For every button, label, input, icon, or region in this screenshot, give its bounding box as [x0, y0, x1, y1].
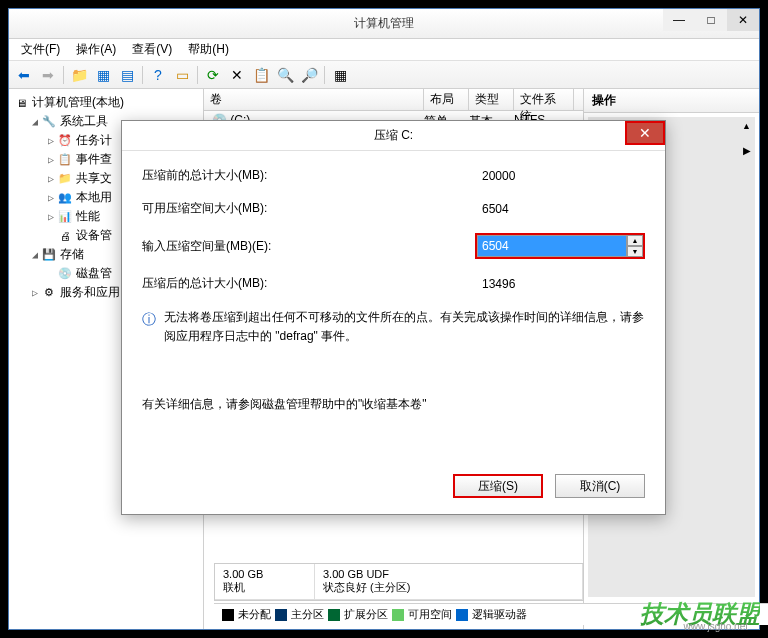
users-icon: 👥 — [57, 190, 73, 206]
expand-icon[interactable]: ▷ — [45, 173, 57, 184]
dialog-titlebar: 压缩 C: ✕ — [122, 121, 665, 151]
back-button[interactable]: ⬅ — [13, 64, 35, 86]
row-input: 输入压缩空间量(MB)(E): ▲ ▼ — [142, 233, 645, 259]
more-arrow-icon[interactable]: ▶ — [743, 145, 751, 156]
disk-bottom-panel: 3.00 GB 联机 3.00 GB UDF 状态良好 (主分区) — [214, 563, 584, 601]
spinner-down[interactable]: ▼ — [627, 246, 643, 257]
menu-help[interactable]: 帮助(H) — [180, 39, 237, 60]
separator — [63, 66, 64, 84]
maximize-button[interactable]: □ — [695, 9, 727, 31]
properties-icon[interactable]: 📋 — [250, 64, 272, 86]
legend-unalloc-label: 未分配 — [238, 607, 271, 622]
search-icon[interactable]: 🔍 — [274, 64, 296, 86]
spinner-up[interactable]: ▲ — [627, 235, 643, 246]
shrink-button[interactable]: 压缩(S) — [453, 474, 543, 498]
grid-icon[interactable]: ▤ — [116, 64, 138, 86]
shrink-amount-input[interactable] — [477, 235, 627, 257]
disk-partition-cell[interactable]: 3.00 GB UDF 状态良好 (主分区) — [315, 564, 583, 599]
info-box: ⓘ 无法将卷压缩到超出任何不可移动的文件所在的点。有关完成该操作时间的详细信息，… — [142, 308, 645, 346]
col-volume[interactable]: 卷 — [204, 89, 424, 110]
disk-icon: 💿 — [57, 266, 73, 282]
close-button[interactable]: ✕ — [727, 9, 759, 31]
menu-file[interactable]: 文件(F) — [13, 39, 68, 60]
services-icon: ⚙ — [41, 285, 57, 301]
window-title: 计算机管理 — [354, 15, 414, 32]
forward-button[interactable]: ➡ — [37, 64, 59, 86]
legend-primary-label: 主分区 — [291, 607, 324, 622]
event-icon: 📋 — [57, 152, 73, 168]
window-icon[interactable]: ▭ — [171, 64, 193, 86]
separator — [324, 66, 325, 84]
watermark-url: www.jsgho.net — [684, 621, 748, 632]
value-before: 20000 — [482, 169, 515, 183]
shared-icon: 📁 — [57, 171, 73, 187]
list-header: 卷 布局 类型 文件系统 — [204, 89, 583, 111]
legend-unalloc-box — [222, 609, 234, 621]
legend-extended-label: 扩展分区 — [344, 607, 388, 622]
expand-icon[interactable]: ▷ — [45, 211, 57, 222]
collapse-icon[interactable]: ◢ — [29, 116, 41, 127]
col-type[interactable]: 类型 — [469, 89, 514, 110]
separator — [197, 66, 198, 84]
cancel-button[interactable]: 取消(C) — [555, 474, 645, 498]
expand-icon[interactable]: ▷ — [29, 287, 41, 298]
info-icon: ⓘ — [142, 308, 156, 324]
help-icon[interactable]: ? — [147, 64, 169, 86]
expand-icon[interactable]: ▷ — [45, 154, 57, 165]
device-icon: 🖨 — [57, 228, 73, 244]
input-wrap: ▲ ▼ — [475, 233, 645, 259]
help-text: 有关详细信息，请参阅磁盘管理帮助中的"收缩基本卷" — [142, 396, 645, 413]
perf-icon: 📊 — [57, 209, 73, 225]
row-after: 压缩后的总计大小(MB): 13496 — [142, 275, 645, 292]
menu-view[interactable]: 查看(V) — [124, 39, 180, 60]
spinner-buttons: ▲ ▼ — [627, 235, 643, 257]
legend-free-label: 可用空间 — [408, 607, 452, 622]
up-arrow-icon[interactable]: ▲ — [742, 121, 751, 131]
col-layout[interactable]: 布局 — [424, 89, 469, 110]
titlebar: 计算机管理 — □ ✕ — [9, 9, 759, 39]
expand-icon[interactable]: ▷ — [45, 192, 57, 203]
value-avail: 6504 — [482, 202, 509, 216]
dialog-buttons: 压缩(S) 取消(C) — [453, 474, 645, 498]
legend-extended-box — [328, 609, 340, 621]
legend-free-box — [392, 609, 404, 621]
toolbar: ⬅ ➡ 📁 ▦ ▤ ? ▭ ⟳ ✕ 📋 🔍 🔎 ▦ — [9, 61, 759, 89]
legend-logical-label: 逻辑驱动器 — [472, 607, 527, 622]
settings-icon[interactable]: ▦ — [329, 64, 351, 86]
col-fs[interactable]: 文件系统 — [514, 89, 574, 110]
list-icon[interactable]: ▦ — [92, 64, 114, 86]
legend-primary-box — [275, 609, 287, 621]
storage-icon: 💾 — [41, 247, 57, 263]
value-after: 13496 — [482, 277, 515, 291]
find-icon[interactable]: 🔎 — [298, 64, 320, 86]
delete-icon[interactable]: ✕ — [226, 64, 248, 86]
minimize-button[interactable]: — — [663, 9, 695, 31]
row-before: 压缩前的总计大小(MB): 20000 — [142, 167, 645, 184]
dialog-close-button[interactable]: ✕ — [625, 121, 665, 145]
disk-info-cell: 3.00 GB 联机 — [215, 564, 315, 599]
menubar: 文件(F) 操作(A) 查看(V) 帮助(H) — [9, 39, 759, 61]
computer-icon: 🖥 — [13, 95, 29, 111]
legend-logical-box — [456, 609, 468, 621]
window-controls: — □ ✕ — [663, 9, 759, 31]
expand-icon[interactable]: ▷ — [45, 135, 57, 146]
dialog-title: 压缩 C: — [374, 127, 413, 144]
dialog-body: 压缩前的总计大小(MB): 20000 可用压缩空间大小(MB): 6504 输… — [122, 151, 665, 429]
refresh-icon[interactable]: ⟳ — [202, 64, 224, 86]
clock-icon: ⏰ — [57, 133, 73, 149]
info-text: 无法将卷压缩到超出任何不可移动的文件所在的点。有关完成该操作时间的详细信息，请参… — [164, 308, 645, 346]
folder-icon[interactable]: 📁 — [68, 64, 90, 86]
row-avail: 可用压缩空间大小(MB): 6504 — [142, 200, 645, 217]
tree-root[interactable]: 🖥 计算机管理(本地) — [13, 93, 199, 112]
collapse-icon[interactable]: ◢ — [29, 249, 41, 260]
separator — [142, 66, 143, 84]
disk-row: 3.00 GB 联机 3.00 GB UDF 状态良好 (主分区) — [215, 564, 583, 600]
actions-header: 操作 — [584, 89, 759, 113]
tools-icon: 🔧 — [41, 114, 57, 130]
shrink-dialog: 压缩 C: ✕ 压缩前的总计大小(MB): 20000 可用压缩空间大小(MB)… — [121, 120, 666, 515]
menu-action[interactable]: 操作(A) — [68, 39, 124, 60]
